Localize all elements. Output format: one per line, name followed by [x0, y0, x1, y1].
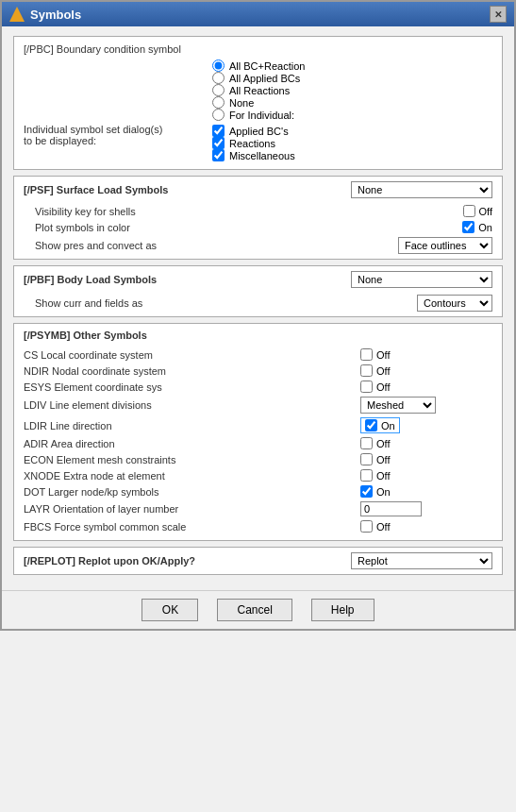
psymb-cs-label: CS Local coordinate system: [24, 349, 360, 361]
psymb-ldiv-control: Meshed Off On: [360, 397, 492, 414]
checkbox-reactions[interactable]: Reactions: [212, 137, 492, 149]
psymb-ndir-control: Off: [360, 364, 492, 377]
psf-pres-row: Show pres and convect as Face outlines A…: [14, 235, 502, 259]
checkbox-applied-bcs-input[interactable]: [212, 125, 225, 137]
psymb-fbcs-control: Off: [360, 520, 492, 533]
psymb-ldir-text: On: [381, 420, 395, 431]
psymb-row-ndir: NDIR Nodal coordinate system Off: [24, 363, 492, 379]
psf-visibility-control: Off: [463, 205, 492, 217]
replot-section: [/REPLOT] Replot upon OK/Apply? Replot N…: [13, 547, 503, 575]
psymb-fbcs-checkbox[interactable]: [360, 520, 373, 533]
ok-button[interactable]: OK: [141, 599, 198, 621]
psf-section: [/PSF] Surface Load Symbols None Color A…: [13, 176, 503, 260]
psymb-xnode-control: Off: [360, 469, 492, 482]
radio-none[interactable]: None: [212, 96, 492, 109]
psymb-layr-input[interactable]: [360, 501, 422, 516]
psymb-row-xnode: XNODE Extra node at element Off: [24, 467, 492, 483]
psymb-esys-checkbox[interactable]: [360, 381, 373, 393]
psymb-cs-text: Off: [376, 349, 390, 361]
checkbox-miscellaneous-input[interactable]: [212, 149, 225, 161]
checkbox-reactions-input[interactable]: [212, 137, 225, 149]
psymb-esys-control: Off: [360, 381, 492, 393]
help-button[interactable]: Help: [311, 599, 375, 621]
psymb-row-dot: DOT Larger node/kp symbols On: [24, 483, 492, 499]
psf-visibility-checkbox[interactable]: [463, 205, 475, 217]
psf-visibility-text: Off: [479, 206, 492, 217]
radio-all-applied-input[interactable]: [212, 72, 225, 84]
psf-color-control: On: [462, 221, 492, 233]
psymb-fbcs-text: Off: [376, 521, 390, 533]
psymb-row-ldir: LDIR Line direction On: [24, 415, 492, 435]
psymb-dot-control: On: [360, 485, 492, 498]
individual-label1: Individual symbol set dialog(s): [24, 124, 212, 135]
psf-color-row: Plot symbols in color On: [14, 219, 502, 235]
psf-color-text: On: [478, 222, 492, 233]
window-title: Symbols: [30, 8, 81, 22]
radio-for-individual-input[interactable]: [212, 109, 225, 121]
checkbox-reactions-label: Reactions: [229, 138, 275, 149]
pbc-section: [/PBC] Boundary condition symbol Individ…: [13, 36, 503, 170]
psf-visibility-row: Visibility key for shells Off: [14, 203, 502, 219]
psymb-ndir-checkbox[interactable]: [360, 364, 373, 377]
checkbox-miscellaneous[interactable]: Miscellaneous: [212, 149, 492, 161]
psf-pres-control: Face outlines Arrows Contours: [398, 237, 492, 254]
psymb-label: [/PSYMB] Other Symbols: [24, 330, 147, 341]
psymb-adir-label: ADIR Area direction: [24, 438, 360, 449]
app-icon: [9, 7, 25, 22]
radio-all-reactions-input[interactable]: [212, 84, 225, 96]
psymb-ldir-control: On: [360, 417, 492, 433]
psymb-row-esys: ESYS Element coordinate sys Off: [24, 379, 492, 395]
psymb-ndir-text: Off: [376, 365, 390, 377]
close-button[interactable]: ✕: [490, 6, 507, 23]
psymb-ldiv-select[interactable]: Meshed Off On: [360, 397, 436, 414]
psymb-ldir-label: LDIR Line direction: [24, 420, 360, 431]
pbf-curr-dropdown[interactable]: Contours Arrows Vectors: [417, 295, 492, 312]
psymb-layr-label: LAYR Orientation of layer number: [24, 503, 360, 515]
radio-all-reactions-label: All Reactions: [229, 85, 290, 96]
radio-none-input[interactable]: [212, 96, 225, 109]
radio-all-applied[interactable]: All Applied BCs: [212, 72, 492, 84]
psymb-ldir-checkbox[interactable]: [365, 419, 377, 431]
pbf-curr-label: Show curr and fields as: [35, 297, 417, 309]
psf-label: [/PSF] Surface Load Symbols: [24, 184, 168, 195]
title-bar: Symbols ✕: [2, 2, 514, 26]
psymb-adir-control: Off: [360, 437, 492, 449]
pbc-individual-labels: Individual symbol set dialog(s) to be di…: [24, 59, 212, 161]
checkbox-applied-bcs[interactable]: Applied BC's: [212, 125, 492, 137]
psymb-row-adir: ADIR Area direction Off: [24, 435, 492, 451]
psymb-econ-control: Off: [360, 453, 492, 465]
psymb-dot-checkbox[interactable]: [360, 485, 373, 498]
psf-color-checkbox[interactable]: [462, 221, 474, 233]
dialog-content: [/PBC] Boundary condition symbol Individ…: [2, 26, 514, 590]
psymb-econ-text: Off: [376, 454, 390, 465]
pbf-curr-control: Contours Arrows Vectors: [417, 295, 492, 312]
psymb-layr-control: [360, 501, 492, 516]
psf-pres-dropdown[interactable]: Face outlines Arrows Contours: [398, 237, 492, 254]
symbols-dialog: Symbols ✕ [/PBC] Boundary condition symb…: [0, 0, 516, 631]
psymb-xnode-text: Off: [376, 470, 390, 482]
individual-label2: to be displayed:: [24, 135, 212, 146]
psf-pres-label: Show pres and convect as: [35, 240, 398, 251]
psymb-econ-checkbox[interactable]: [360, 453, 373, 465]
psymb-row-fbcs: FBCS Force symbol common scale Off: [24, 518, 492, 534]
psymb-cs-checkbox[interactable]: [360, 348, 373, 361]
radio-all-reactions[interactable]: All Reactions: [212, 84, 492, 96]
psymb-xnode-checkbox[interactable]: [360, 469, 373, 482]
radio-for-individual[interactable]: For Individual:: [212, 109, 492, 121]
psymb-ldir-bordered: On: [360, 417, 400, 433]
psymb-adir-checkbox[interactable]: [360, 437, 373, 449]
psf-dropdown[interactable]: None Color Arrows: [351, 181, 492, 198]
replot-dropdown[interactable]: Replot No Replot: [351, 552, 492, 569]
pbf-section: [/PBF] Body Load Symbols None Color Arro…: [13, 265, 503, 317]
replot-label: [/REPLOT] Replot upon OK/Apply?: [24, 555, 195, 567]
psymb-row-cs: CS Local coordinate system Off: [24, 347, 492, 363]
psf-color-label: Plot symbols in color: [35, 222, 462, 233]
radio-all-bc[interactable]: All BC+Reaction: [212, 59, 492, 72]
cancel-button[interactable]: Cancel: [217, 599, 291, 621]
radio-none-label: None: [229, 97, 254, 109]
psymb-fbcs-label: FBCS Force symbol common scale: [24, 521, 360, 533]
pbf-dropdown[interactable]: None Color Arrows: [351, 271, 492, 288]
psymb-cs-control: Off: [360, 348, 492, 361]
pbf-label: [/PBF] Body Load Symbols: [24, 274, 157, 285]
radio-all-bc-input[interactable]: [212, 59, 225, 72]
